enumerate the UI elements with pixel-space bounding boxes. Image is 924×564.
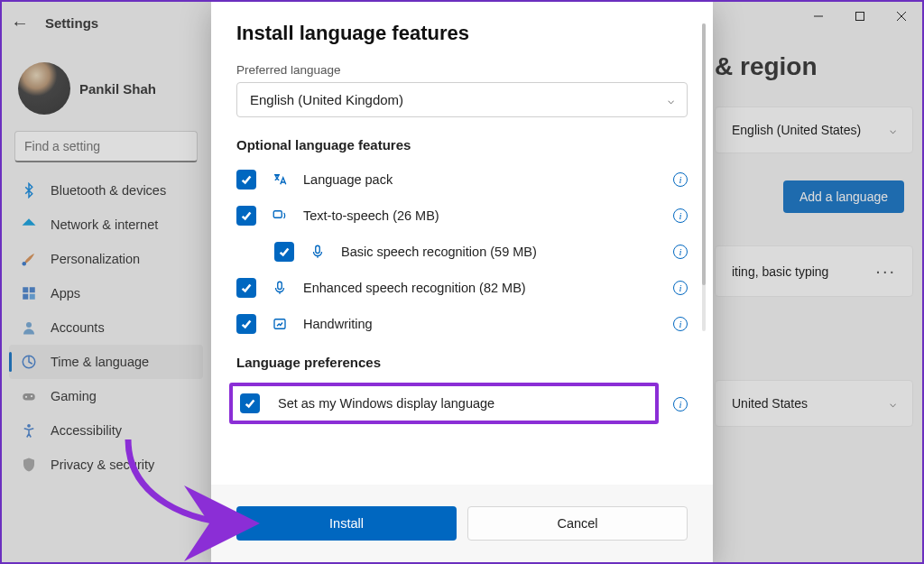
info-icon[interactable]: i xyxy=(673,317,688,331)
optional-features-header: Optional language features xyxy=(236,137,688,153)
install-button[interactable]: Install xyxy=(236,506,457,541)
info-icon[interactable]: i xyxy=(673,245,688,259)
feature-set-display-language: Set as my Windows display language xyxy=(240,392,648,415)
info-icon[interactable]: i xyxy=(673,281,688,295)
dialog-title: Install language features xyxy=(236,22,688,45)
cancel-button[interactable]: Cancel xyxy=(467,506,688,541)
minimize-button[interactable] xyxy=(798,2,839,31)
dialog-footer: Install Cancel xyxy=(211,485,713,562)
feature-enhanced-speech: Enhanced speech recognition (82 MB) i xyxy=(236,270,688,306)
checkbox-language-pack[interactable] xyxy=(236,170,256,190)
feature-basic-speech: Basic speech recognition (59 MB) i xyxy=(236,234,688,270)
feature-language-pack: Language pack i xyxy=(236,162,688,198)
window-controls xyxy=(798,2,922,31)
svg-rect-17 xyxy=(278,282,282,289)
feature-label: Enhanced speech recognition (82 MB) xyxy=(303,281,659,295)
feature-label: Language pack xyxy=(303,172,659,187)
scrollbar[interactable] xyxy=(702,23,706,331)
annotation-highlight: Set as my Windows display language xyxy=(229,383,659,424)
feature-label: Handwriting xyxy=(303,317,659,331)
checkbox-tts[interactable] xyxy=(236,206,256,226)
language-pack-icon xyxy=(271,171,289,189)
close-button[interactable] xyxy=(881,2,922,31)
install-language-dialog: Install language features Preferred lang… xyxy=(211,2,713,562)
microphone-icon xyxy=(271,279,289,297)
scrollbar-thumb[interactable] xyxy=(702,23,706,285)
handwriting-icon xyxy=(271,315,289,333)
checkbox-set-display-language[interactable] xyxy=(240,393,260,413)
info-icon[interactable]: i xyxy=(673,172,688,187)
checkbox-basic-speech[interactable] xyxy=(274,242,294,262)
chevron-down-icon: ⌵ xyxy=(668,94,674,106)
maximize-button[interactable] xyxy=(839,2,881,31)
checkbox-enhanced-speech[interactable] xyxy=(236,278,256,298)
feature-label: Set as my Windows display language xyxy=(278,396,648,411)
microphone-icon xyxy=(309,243,327,261)
feature-handwriting: Handwriting i xyxy=(236,306,688,342)
preferred-language-label: Preferred language xyxy=(236,63,688,77)
language-preferences-header: Language preferences xyxy=(236,355,688,370)
tts-icon xyxy=(271,207,289,225)
svg-rect-15 xyxy=(273,211,282,218)
feature-label: Text-to-speech (26 MB) xyxy=(303,208,659,223)
checkbox-handwriting[interactable] xyxy=(236,314,256,334)
info-icon[interactable]: i xyxy=(673,208,688,223)
preferred-language-dropdown[interactable]: English (United Kingdom) ⌵ xyxy=(236,82,688,117)
preferred-language-value: English (United Kingdom) xyxy=(250,92,403,107)
svg-rect-1 xyxy=(856,13,864,21)
feature-label: Basic speech recognition (59 MB) xyxy=(341,245,659,259)
info-icon[interactable]: i xyxy=(673,397,688,411)
feature-tts: Text-to-speech (26 MB) i xyxy=(236,198,688,234)
svg-rect-16 xyxy=(316,245,320,253)
